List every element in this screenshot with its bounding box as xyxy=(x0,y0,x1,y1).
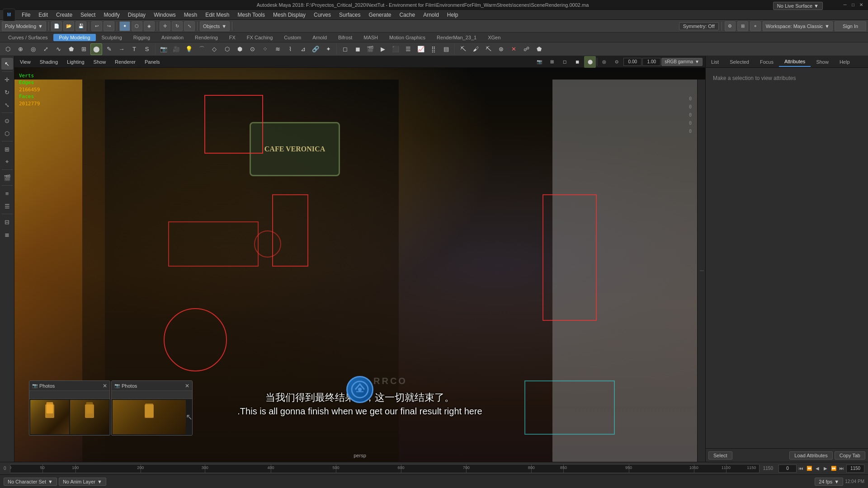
t2-fluid[interactable]: ≋ xyxy=(272,43,283,55)
viewport-canvas[interactable]: CAFE VERONICA Verts Edges 2166459 Faces … xyxy=(14,68,705,462)
photo-panel-1-close[interactable]: ✕ xyxy=(103,383,107,389)
t2-rotate[interactable]: ◎ xyxy=(27,43,39,55)
menu-arnold[interactable]: Arnold xyxy=(420,11,443,19)
menu-display[interactable]: Display xyxy=(124,11,149,19)
tab-motion-graphics[interactable]: Motion Graphics xyxy=(384,34,431,41)
vp-menu-lighting[interactable]: Lighting xyxy=(64,58,87,66)
t2-extra[interactable]: ⬟ xyxy=(533,43,545,55)
menu-edit[interactable]: Edit xyxy=(35,11,52,19)
anim-fwd-btn[interactable]: ⏩ xyxy=(830,465,837,472)
maximize-button[interactable]: □ xyxy=(850,2,856,8)
vp-shaded-btn[interactable]: ⬤ xyxy=(584,56,596,68)
t2-constraint[interactable]: 🔗 xyxy=(310,43,321,55)
t2-paint[interactable]: ✎ xyxy=(103,43,115,55)
objects-dropdown[interactable]: Objects ▼ xyxy=(200,21,230,31)
lt-scale[interactable]: ⤡ xyxy=(1,99,13,111)
tab-renderman[interactable]: RenderMan_23_1 xyxy=(431,34,482,41)
t2-graph[interactable]: 📈 xyxy=(415,43,427,55)
tab-xgen[interactable]: XGen xyxy=(482,34,506,41)
t2-poly2[interactable]: ⬡ xyxy=(221,43,233,55)
tab-arnold[interactable]: Arnold xyxy=(307,34,332,41)
vp-smooth-btn[interactable]: ◼ xyxy=(571,56,583,68)
tab-fx[interactable]: FX xyxy=(224,34,241,41)
tab-curves-surfaces[interactable]: Curves / Surfaces xyxy=(3,34,53,41)
t2-wire[interactable]: ◻ xyxy=(339,43,351,55)
menu-cache[interactable]: Cache xyxy=(396,11,419,19)
vp-cam-btn[interactable]: 📷 xyxy=(533,56,545,68)
rp-select-btn[interactable]: Select xyxy=(708,451,732,460)
t2-cloth[interactable]: ⊿ xyxy=(297,43,309,55)
rp-tab-show[interactable]: Show xyxy=(811,57,834,66)
paint-select-btn[interactable]: ◈ xyxy=(144,21,155,31)
rp-tab-help[interactable]: Help xyxy=(834,57,855,66)
lt-rotate[interactable]: ↻ xyxy=(1,86,13,98)
t2-scale[interactable]: ⤢ xyxy=(40,43,52,55)
tab-rendering[interactable]: Rendering xyxy=(189,34,223,41)
t2-paint2[interactable]: 🖌 xyxy=(470,43,481,55)
t2-smooth[interactable]: ◼ xyxy=(352,43,363,55)
vp-menu-view[interactable]: View xyxy=(17,58,33,66)
t2-grab[interactable]: ☍ xyxy=(520,43,532,55)
tab-bifrost[interactable]: Bifrost xyxy=(333,34,358,41)
photo-panel-2-close[interactable]: ✕ xyxy=(185,383,189,389)
t2-x-icon[interactable]: ✕ xyxy=(508,43,519,55)
lt-render[interactable]: 🎬 xyxy=(1,172,13,183)
menu-edit-mesh[interactable]: Edit Mesh xyxy=(202,11,233,19)
t2-ipr[interactable]: ▶ xyxy=(377,43,389,55)
lt-snap-curve[interactable]: ⌖ xyxy=(1,156,13,168)
t2-skeleton[interactable]: ✦ xyxy=(322,43,334,55)
rp-tab-selected[interactable]: Selected xyxy=(724,57,755,66)
anim-back-btn[interactable]: ◀ xyxy=(814,465,821,472)
t2-soft[interactable]: ⬤ xyxy=(90,43,102,55)
menu-generate[interactable]: Generate xyxy=(365,11,395,19)
minimize-button[interactable]: ─ xyxy=(842,2,848,8)
close-button[interactable]: ✕ xyxy=(858,2,864,8)
lt-outliner[interactable]: ⊟ xyxy=(1,216,13,228)
t2-subdiv[interactable]: ⬢ xyxy=(234,43,245,55)
end-time-input[interactable] xyxy=(846,465,864,473)
t2-camera2[interactable]: 🎥 xyxy=(170,43,182,55)
gamma-dropdown[interactable]: sRGB gamma ▼ xyxy=(661,58,703,66)
menu-mesh-display[interactable]: Mesh Display xyxy=(269,11,309,19)
t2-lattice[interactable]: ⊞ xyxy=(78,43,90,55)
anim-layer-dropdown[interactable]: No Anim Layer ▼ xyxy=(59,478,106,486)
t2-hypershade[interactable]: ⬛ xyxy=(390,43,401,55)
lt-move[interactable]: ✛ xyxy=(1,74,13,85)
t2-dope[interactable]: ⣿ xyxy=(428,43,439,55)
lasso-btn[interactable]: ⬡ xyxy=(132,21,142,31)
vp-menu-renderer[interactable]: Renderer xyxy=(112,58,138,66)
menu-curves[interactable]: Curves xyxy=(310,11,335,19)
new-scene-btn[interactable]: 📄 xyxy=(51,21,62,31)
menu-windows[interactable]: Windows xyxy=(150,11,179,19)
t2-particle[interactable]: ⁘ xyxy=(259,43,271,55)
t2-pick[interactable]: ⛏ xyxy=(457,43,469,55)
select-tool-btn[interactable]: ✦ xyxy=(119,21,130,31)
menu-mesh[interactable]: Mesh xyxy=(180,11,201,19)
redo-btn[interactable]: ↪ xyxy=(104,21,114,31)
menu-modify[interactable]: Modify xyxy=(100,11,123,19)
t2-select[interactable]: ⬡ xyxy=(2,43,14,55)
fps-dropdown[interactable]: 24 fps ▼ xyxy=(815,478,843,486)
menu-create[interactable]: Create xyxy=(52,11,76,19)
vp-menu-show[interactable]: Show xyxy=(91,58,109,66)
tab-sculpting[interactable]: Sculpting xyxy=(96,34,127,41)
render-settings-btn[interactable]: ⚙ xyxy=(725,21,736,31)
open-btn[interactable]: 📂 xyxy=(63,21,74,31)
t2-text[interactable]: T xyxy=(128,43,140,55)
lt-select[interactable]: ↖ xyxy=(1,58,13,70)
menu-file[interactable]: File xyxy=(18,11,34,19)
tab-rigging[interactable]: Rigging xyxy=(128,34,156,41)
vp-value2-input[interactable] xyxy=(642,58,660,66)
current-time-input[interactable] xyxy=(778,465,797,473)
t2-curve[interactable]: ∿ xyxy=(52,43,64,55)
lt-attr[interactable]: ≡ xyxy=(1,188,13,199)
snap-curve-btn[interactable]: ⌖ xyxy=(750,21,761,31)
menu-surfaces[interactable]: Surfaces xyxy=(335,11,364,19)
vp-grid-btn[interactable]: ⊞ xyxy=(546,56,558,68)
anim-end-btn[interactable]: ⏭ xyxy=(838,465,845,472)
t2-outliner[interactable]: ☰ xyxy=(402,43,414,55)
t2-camera[interactable]: 📷 xyxy=(158,43,170,55)
window-controls[interactable]: ─ □ ✕ xyxy=(842,2,864,8)
tab-mash[interactable]: MASH xyxy=(358,34,383,41)
vp-value-input[interactable] xyxy=(623,58,642,66)
